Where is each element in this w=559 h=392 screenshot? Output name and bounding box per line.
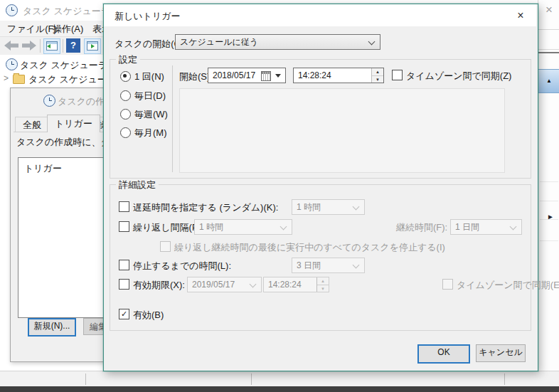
clock-icon bbox=[6, 58, 18, 70]
dialog-titlebar: 新しいトリガー × bbox=[104, 4, 536, 26]
expire-time-spinner[interactable]: 14:28:24 ▲ ▼ bbox=[263, 277, 329, 292]
toolbar-divider bbox=[63, 39, 63, 53]
expire-checkbox[interactable] bbox=[119, 279, 129, 290]
run-icon[interactable]: ► bbox=[547, 213, 554, 221]
start-time-spinner[interactable]: 14:28:24 ▲ ▼ bbox=[293, 68, 384, 83]
screen: タスク スケジューラ ファイル(F) 操作(A) 表示(V) ? タスク スケジ… bbox=[0, 0, 559, 392]
new-trigger-button[interactable]: 新規(N)... bbox=[28, 318, 76, 337]
advanced-group-label: 詳細設定 bbox=[116, 179, 159, 191]
dropdown-arrow-icon[interactable] bbox=[275, 74, 281, 78]
radio-weekly-label[interactable]: 毎週(W) bbox=[134, 108, 168, 121]
repeat-combobox[interactable]: 1 時間 bbox=[194, 219, 292, 235]
ok-button[interactable]: OK bbox=[417, 344, 470, 364]
radio-one-time-label[interactable]: 1 回(N) bbox=[134, 70, 164, 83]
pane-divider-dark bbox=[538, 52, 559, 53]
list-separator bbox=[540, 201, 558, 201]
stop-all-label: 繰り返し継続時間の最後に実行中のすべてのタスクを停止する(I) bbox=[174, 241, 445, 254]
stop-after-value: 3 日間 bbox=[297, 260, 321, 270]
chevron-down-icon bbox=[280, 223, 287, 231]
repeat-value: 1 時間 bbox=[199, 222, 223, 232]
expire-label[interactable]: 有効期限(X): bbox=[133, 279, 185, 292]
tab-general[interactable]: 全般 bbox=[15, 117, 49, 132]
expire-sync-label: タイムゾーン間で同期(E) bbox=[457, 279, 559, 292]
console-tree-icon[interactable] bbox=[43, 38, 60, 54]
spin-up-icon[interactable]: ▲ bbox=[372, 68, 383, 76]
advanced-groupbox: 詳細設定 遅延時間を指定する (ランダム)(K): 1 時間 繰り返し間隔(P)… bbox=[110, 184, 531, 331]
actions-pane-edge: × ▲ ► bbox=[538, 0, 559, 371]
repeat-checkbox[interactable] bbox=[119, 221, 129, 232]
main-window-title: タスク スケジューラ bbox=[23, 5, 110, 18]
folder-icon bbox=[13, 75, 25, 84]
list-separator bbox=[540, 240, 558, 241]
enabled-label[interactable]: 有効(B) bbox=[133, 309, 164, 322]
start-date-value: 2018/05/17 bbox=[213, 70, 255, 80]
action-pane-icon[interactable] bbox=[84, 38, 101, 54]
spinner-buttons[interactable]: ▲ ▼ bbox=[371, 68, 383, 83]
close-icon[interactable]: × bbox=[509, 6, 532, 24]
start-time-value: 14:28:24 bbox=[298, 70, 331, 80]
back-icon[interactable] bbox=[4, 41, 18, 51]
group-divider bbox=[172, 65, 173, 172]
stop-after-combobox[interactable]: 3 日間 bbox=[292, 258, 365, 273]
pane-divider bbox=[538, 29, 559, 30]
toolbar-divider bbox=[40, 39, 41, 53]
stop-all-checkbox[interactable] bbox=[160, 241, 171, 252]
schedule-detail-panel bbox=[179, 88, 505, 173]
radio-daily-label[interactable]: 毎日(D) bbox=[134, 90, 166, 102]
settings-groupbox: 設定 1 回(N) 毎日(D) 毎週(W) 毎月(M) 開始(S): 2018/… bbox=[110, 59, 531, 179]
calendar-icon[interactable] bbox=[261, 71, 271, 81]
cancel-button[interactable]: キャンセル bbox=[476, 344, 526, 362]
status-divider bbox=[504, 374, 505, 385]
begin-task-combobox[interactable]: スケジュールに従う bbox=[175, 34, 380, 50]
status-bar bbox=[0, 371, 559, 387]
spin-down-icon[interactable]: ▼ bbox=[372, 76, 383, 83]
duration-label: 継続時間(F): bbox=[396, 221, 447, 234]
chevron-down-icon bbox=[510, 223, 517, 231]
delay-combobox[interactable]: 1 時間 bbox=[292, 199, 365, 215]
pane-divider bbox=[538, 49, 559, 50]
status-divider bbox=[251, 374, 252, 385]
start-date-picker[interactable]: 2018/05/17 bbox=[208, 68, 286, 83]
radio-weekly[interactable] bbox=[120, 109, 131, 120]
tab-triggers[interactable]: トリガー bbox=[47, 115, 100, 132]
delay-checkbox[interactable] bbox=[119, 201, 129, 212]
create-task-icon bbox=[43, 95, 55, 107]
menu-action[interactable]: 操作(A) bbox=[50, 23, 86, 36]
close-icon[interactable]: × bbox=[541, 1, 558, 18]
sync-timezone-checkbox[interactable] bbox=[392, 70, 403, 80]
trigger-list-header: トリガー bbox=[24, 162, 62, 175]
radio-monthly-label[interactable]: 毎月(M) bbox=[134, 127, 167, 139]
spin-down-icon[interactable]: ▼ bbox=[317, 285, 329, 292]
chevron-down-icon bbox=[250, 281, 257, 288]
chevron-down-icon bbox=[353, 203, 360, 211]
expire-sync-checkbox[interactable] bbox=[442, 279, 453, 290]
chevron-down-icon bbox=[353, 262, 360, 269]
radio-daily[interactable] bbox=[120, 90, 131, 101]
spinner-buttons[interactable]: ▲ ▼ bbox=[316, 277, 329, 292]
begin-task-value: スケジュールに従う bbox=[180, 37, 258, 47]
taskbar-strip bbox=[0, 386, 559, 392]
forward-icon[interactable] bbox=[22, 41, 36, 51]
spin-up-icon[interactable]: ▲ bbox=[317, 277, 329, 285]
expire-time-value: 14:28:24 bbox=[268, 280, 302, 290]
dialog-title: 新しいトリガー bbox=[115, 10, 181, 23]
sync-timezone-label[interactable]: タイムゾーン間で同期(Z) bbox=[406, 70, 511, 83]
list-separator bbox=[540, 181, 558, 182]
chevron-down-icon bbox=[368, 38, 376, 46]
collapse-pane-button[interactable]: ▲ bbox=[538, 69, 559, 93]
duration-combobox[interactable]: 1 日間 bbox=[450, 219, 522, 235]
delay-value: 1 時間 bbox=[297, 202, 321, 212]
duration-value: 1 日間 bbox=[455, 222, 479, 232]
stop-after-checkbox[interactable] bbox=[119, 260, 129, 270]
enabled-checkbox[interactable]: ✓ bbox=[119, 309, 129, 319]
repeat-label[interactable]: 繰り返し間隔(P): bbox=[133, 221, 204, 234]
delay-label[interactable]: 遅延時間を指定する (ランダム)(K): bbox=[133, 201, 278, 214]
help-icon[interactable]: ? bbox=[66, 38, 80, 53]
task-scheduler-icon bbox=[6, 4, 18, 16]
expire-date-picker[interactable]: 2019/05/17 bbox=[187, 277, 262, 292]
stop-after-label[interactable]: 停止するまでの時間(L): bbox=[133, 260, 231, 272]
expander-icon[interactable]: > bbox=[4, 73, 9, 83]
radio-monthly[interactable] bbox=[120, 127, 131, 138]
settings-group-label: 設定 bbox=[116, 53, 140, 66]
radio-one-time[interactable] bbox=[120, 71, 131, 82]
